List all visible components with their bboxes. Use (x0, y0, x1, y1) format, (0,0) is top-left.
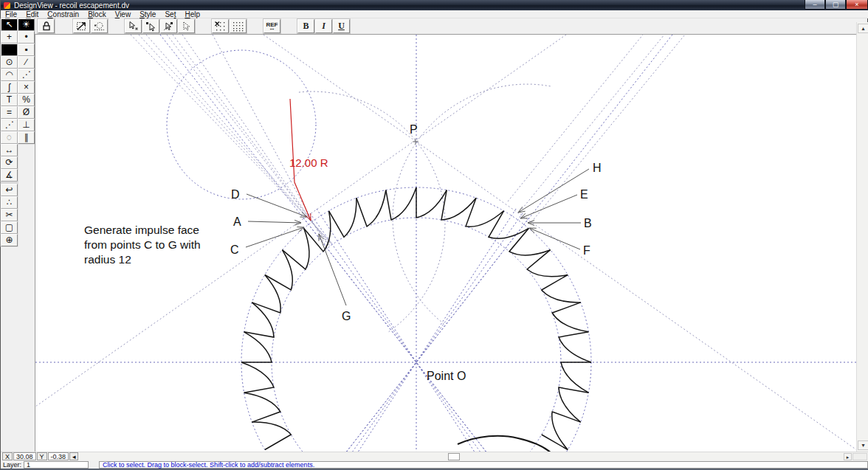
point-label-b: B (584, 217, 592, 229)
coordinate-readout: X 30.08 Y -0.38 ◂ (2, 452, 79, 460)
vertical-scrollbar[interactable]: ▴ ▾ (856, 22, 868, 452)
point-label-point-o: Point O (427, 370, 466, 382)
horizontal-scrollbar[interactable]: ▸ (1, 452, 868, 460)
x-label: X (2, 452, 13, 460)
point-label-f: F (583, 244, 590, 257)
designview-window: DesignView - recoil escapement.dv – ▢ × … (0, 0, 868, 470)
status-hint: Click to select. Drag to block-select. S… (99, 461, 868, 469)
scroll-right-button[interactable]: ▸ (844, 453, 852, 460)
point-label-h: H (593, 162, 602, 174)
escapement-drawing: 12.00 RPDACGHEBFPoint OGenerate impulse … (1, 1, 868, 470)
layer-label: Layer: (3, 461, 21, 469)
point-label-e: E (580, 188, 588, 201)
scrollbar-corner (852, 453, 867, 460)
radius-dimension-label: 12.00 R (289, 156, 328, 169)
coord-collapse-button[interactable]: ◂ (69, 452, 78, 460)
instruction-annotation: Generate impulse facefrom points C to G … (84, 224, 201, 266)
y-value: -0.38 (48, 452, 69, 460)
point-label-g: G (342, 310, 351, 322)
drawing-canvas[interactable]: 12.00 RPDACGHEBFPoint OGenerate impulse … (35, 34, 856, 452)
y-label: Y (37, 452, 47, 460)
status-bar: Layer: 1 Click to select. Drag to block-… (1, 460, 868, 469)
scroll-down-button[interactable]: ▾ (858, 440, 868, 450)
x-value: 30.08 (13, 452, 36, 460)
point-label-d: D (231, 188, 240, 201)
point-label-p: P (410, 123, 418, 136)
layer-value[interactable]: 1 (24, 461, 89, 469)
scroll-up-button[interactable]: ▴ (858, 24, 868, 33)
point-label-a: A (233, 215, 241, 228)
hscroll-thumb[interactable] (448, 453, 460, 460)
point-label-c: C (230, 243, 239, 256)
